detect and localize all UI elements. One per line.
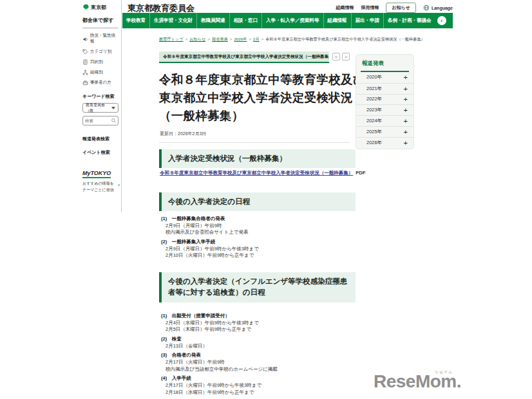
plus-icon: + bbox=[404, 106, 408, 114]
org-chart-icon bbox=[82, 70, 88, 75]
press-year-2026[interactable]: 2026年 + bbox=[356, 137, 413, 148]
page-title-line: （一般枠募集） bbox=[159, 107, 366, 125]
org-info-link[interactable]: 組織情報 bbox=[336, 5, 354, 11]
sidebar-item-purpose[interactable]: 目的別 bbox=[82, 59, 119, 65]
plus-icon: + bbox=[404, 85, 408, 93]
breadcrumb-separator: > bbox=[185, 37, 188, 41]
mytokyo-description[interactable]: おすすめの情報を テーマごとに発信 › bbox=[82, 181, 120, 193]
schedule-item-label: (1) 一般枠募集合格者の発表 bbox=[161, 216, 356, 223]
page-title-line: 東京都立中学校入学者決定受検状況 bbox=[159, 89, 366, 107]
schedule-item-line: 2月10日（火曜日）午前9時から正午まで bbox=[166, 252, 356, 259]
event-search-link[interactable]: イベント検索 bbox=[82, 149, 119, 156]
category-select[interactable]: 教育委員会（教 bbox=[82, 103, 119, 113]
section-heading-schedule: 今後の入学者決定の日程 bbox=[159, 192, 356, 211]
prev-page-button[interactable]: < bbox=[332, 53, 340, 60]
sidebar-item-label: 事業者の方 bbox=[90, 80, 111, 86]
mytokyo-logo[interactable]: MyTOKYO bbox=[82, 170, 111, 178]
schedule-item-line: 2月13日（金曜日） bbox=[166, 343, 356, 350]
schedule-item-label: (2) 検査 bbox=[161, 336, 356, 343]
schedule-item-label: (3) 合格者の発表 bbox=[161, 352, 356, 359]
press-year-label: 2021年 bbox=[366, 86, 382, 92]
keyword-search-label: キーワード検索 bbox=[82, 93, 119, 100]
press-year-label: 2023年 bbox=[366, 107, 382, 113]
press-year-label: 2024年 bbox=[366, 118, 382, 124]
sidebar-item-emergency[interactable]: 防災・緊急情報 bbox=[82, 33, 119, 44]
pdf-link[interactable]: 令和８年度東京都立中等教育学校及び東京都立中学校入学者決定受検状況（一般枠募集） bbox=[160, 170, 353, 176]
briefcase-icon bbox=[82, 80, 88, 86]
plus-icon: + bbox=[404, 139, 408, 147]
tokyo-logo-label: 東京都 bbox=[91, 4, 106, 11]
schedule-item-line: 2月17日（火曜日）午前9時 bbox=[166, 359, 356, 366]
press-year-2021[interactable]: 2021年 + bbox=[356, 83, 413, 94]
gnav-admission-tuition[interactable]: 入学・転入学／授業料等 bbox=[261, 13, 323, 28]
schedule-item-line: 2月4日（水曜日）午前9時から午後3時まで bbox=[166, 320, 356, 327]
watermark-resemom: ReseMom. リセマム bbox=[374, 371, 461, 392]
language-switcher[interactable]: Language bbox=[423, 5, 453, 11]
gnav-consultation[interactable]: 相談・窓口 bbox=[229, 13, 262, 28]
schedule-item-line: 2月5日（木曜日）午前9時から正午まで bbox=[166, 326, 356, 333]
sidebar-item-label: 組織別 bbox=[90, 70, 103, 75]
gnav-notifications[interactable]: 届出・申請 bbox=[351, 13, 384, 28]
globe-icon bbox=[423, 5, 430, 11]
search-field-wrap bbox=[82, 116, 119, 125]
watermark-ruby: リセマム bbox=[434, 369, 453, 375]
chevron-right-icon: › bbox=[118, 181, 120, 190]
press-year-label: 2022年 bbox=[366, 96, 382, 102]
category-select-value: 教育委員会（教 bbox=[86, 102, 111, 114]
press-release-box: 報道発表 2020年 + 2021年 + 2022年 + 2023年 + 202… bbox=[356, 54, 414, 149]
notice-button[interactable]: お知らせ bbox=[386, 3, 416, 13]
pdf-suffix: PDF bbox=[356, 170, 365, 176]
schedule-item-label: (1) 出願受付（措置申請受付） bbox=[161, 313, 356, 320]
mytokyo-desc-line2: テーマごとに発信 bbox=[82, 187, 120, 194]
page-pager-title: 令和８年度東京都立中等教育学校及び東京都立中学校入学者決定受検状況（一般枠募集） bbox=[159, 51, 329, 63]
megaphone-icon bbox=[82, 36, 88, 42]
breadcrumb-separator: > bbox=[261, 37, 264, 41]
press-release-search-link[interactable]: 報道発表検索 bbox=[82, 136, 119, 142]
gnav-org-info[interactable]: 組織情報 bbox=[323, 13, 351, 28]
schedule-item-line: 2月18日（水曜日）午前9時から正午まで bbox=[166, 389, 356, 396]
section-heading-exam-status: 入学者決定受検状況（一般枠募集） bbox=[159, 149, 356, 168]
plus-icon: + bbox=[404, 117, 408, 125]
language-label: Language bbox=[432, 6, 453, 10]
search-icon[interactable] bbox=[111, 118, 117, 124]
sidebar-item-category[interactable]: カテゴリ別 bbox=[82, 49, 119, 55]
press-year-label: 2026年 bbox=[366, 140, 382, 146]
schedule-list-makeup: (1) 出願受付（措置申請受付） 2月4日（水曜日）午前9時から午後3時まで 2… bbox=[161, 310, 356, 396]
press-year-2020[interactable]: 2020年 + bbox=[356, 72, 413, 83]
gnav-ordinances[interactable]: 条例・計画・審議会 bbox=[383, 13, 435, 28]
press-year-2023[interactable]: 2023年 + bbox=[356, 104, 413, 115]
tag-icon bbox=[82, 49, 88, 55]
gnav-school-education[interactable]: 学校教育 bbox=[122, 13, 149, 28]
breadcrumb-separator: > bbox=[230, 37, 233, 41]
tokyo-ginkgo-icon bbox=[82, 4, 90, 11]
global-nav: 学校教育 生涯学習・文化財 教職員関連 相談・窓口 入学・転入学／授業料等 組織… bbox=[122, 13, 453, 28]
recruit-info-link[interactable]: 採用情報 bbox=[361, 5, 379, 11]
press-year-2022[interactable]: 2022年 + bbox=[356, 94, 413, 105]
search-input[interactable] bbox=[85, 118, 111, 123]
press-box-title: 報道発表 bbox=[356, 55, 413, 71]
next-page-button[interactable]: > bbox=[342, 53, 350, 60]
press-year-label: 2025年 bbox=[366, 129, 382, 135]
gnav-teaching-staff[interactable]: 教職員関連 bbox=[196, 13, 229, 28]
press-year-2025[interactable]: 2025年 + bbox=[356, 126, 413, 137]
pdf-link-line: 令和８年度東京都立中等教育学校及び東京都立中学校入学者決定受検状況（一般枠募集）… bbox=[160, 170, 365, 176]
gnav-lifelong-learning[interactable]: 生涯学習・文化財 bbox=[149, 13, 196, 28]
breadcrumb-link-top[interactable]: 教育庁トップ bbox=[159, 37, 184, 41]
mytokyo-desc-line1: おすすめの情報を bbox=[82, 181, 120, 187]
nav-scroll-right-button[interactable]: › bbox=[437, 16, 446, 25]
schedule-item-label: (2) 一般枠募集入学手続 bbox=[161, 239, 356, 246]
chevron-down-icon bbox=[111, 107, 115, 109]
press-year-2024[interactable]: 2024年 + bbox=[356, 115, 413, 126]
schedule-list-general: (1) 一般枠募集合格者の発表 2月9日（月曜日）午前9時 校内掲示及び合否照会… bbox=[161, 213, 356, 259]
breadcrumb-link-notice[interactable]: お知らせ bbox=[189, 37, 205, 41]
sidebar-item-business[interactable]: 事業者の方 bbox=[82, 80, 119, 86]
breadcrumb-link-press[interactable]: 報道発表 bbox=[212, 37, 228, 41]
page-title-line: 令和８年度東京都立中等教育学校及び bbox=[159, 71, 366, 89]
search-all-tokyo-label[interactable]: 都全体で探す bbox=[82, 11, 119, 28]
breadcrumb-link-2026[interactable]: 2026年 bbox=[234, 37, 247, 41]
breadcrumb-link-feb[interactable]: 2月 bbox=[253, 37, 260, 41]
sidebar-item-label: カテゴリ別 bbox=[90, 49, 111, 55]
tokyo-logo[interactable]: 東京都 bbox=[82, 4, 119, 11]
sidebar-item-organization[interactable]: 組織別 bbox=[82, 70, 119, 75]
schedule-item-line: 校内掲示及び合否照会サイト上で発表 bbox=[166, 229, 356, 236]
